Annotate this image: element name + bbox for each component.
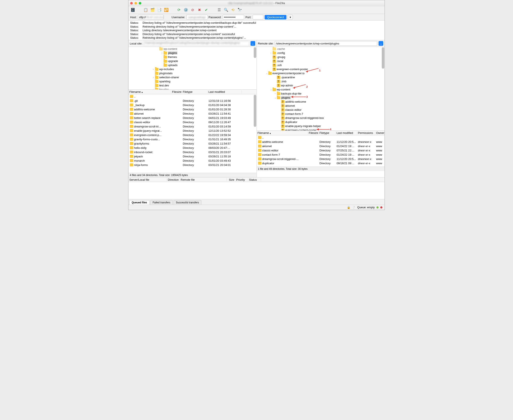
tree-item[interactable]: ?.quarantine xyxy=(257,75,385,79)
local-list-header[interactable]: Filename▲ Filesize Filetype Last modifie… xyxy=(128,90,256,94)
remote-file-list[interactable]: ..addthis-welcomeDirectory11/12/20 20:5.… xyxy=(257,135,385,167)
tree-item[interactable]: ?addthis-welcome xyxy=(257,100,385,104)
file-row[interactable]: better-search-replaceDirectory04/01/21 1… xyxy=(128,116,256,120)
file-row[interactable]: addthis-welcomeDirectory11/12/20 20:5...… xyxy=(257,140,385,144)
remote-tree[interactable]: 1 2 3 4 .cache›.config?.gnupg?.local?.ss… xyxy=(257,47,385,131)
folder-icon xyxy=(277,92,280,95)
compare-icon[interactable]: ⟲ xyxy=(230,8,235,13)
tree-item[interactable]: ⌄plugins xyxy=(257,96,385,100)
tree-item[interactable]: ?.local xyxy=(257,59,385,63)
file-row[interactable]: classic-editorDirectory07/25/21 22:...dr… xyxy=(257,148,385,152)
search-icon[interactable]: 🔍 xyxy=(223,8,229,13)
file-row[interactable]: ninja-formsDirectory03/31/21 20:34:01 xyxy=(128,163,256,167)
password-input[interactable] xyxy=(223,15,244,19)
folder-icon xyxy=(130,142,133,145)
tree-item[interactable]: ?enable-jquery-migrate-helper xyxy=(257,124,385,128)
remote-site-dropdown[interactable]: ⌄ xyxy=(379,41,383,46)
file-row[interactable]: gravityformsDirectory03/26/21 11:54:57 xyxy=(128,141,256,146)
sync-browse-icon[interactable]: 🔁 xyxy=(164,8,169,13)
tree-item[interactable]: ›plugins xyxy=(128,51,256,55)
tree-item[interactable]: sparkling xyxy=(128,79,256,83)
binoculars-icon[interactable]: 🔭 xyxy=(237,8,242,13)
toggle-tree-icon[interactable]: 🗂️ xyxy=(150,8,155,13)
disconnect-icon[interactable]: ✖ xyxy=(197,8,202,13)
tree-item[interactable]: ?contact-form-7 xyxy=(257,112,385,116)
tree-item[interactable]: ?evergreen-content-poster xyxy=(257,128,385,131)
tree-item[interactable]: ›selection-sharer xyxy=(128,75,256,79)
file-row[interactable]: addthis-welcomeDirectory01/01/20 01:28:3… xyxy=(128,107,256,112)
tree-item[interactable]: test.dev xyxy=(128,83,256,88)
remote-list-header[interactable]: Filename▲ Filesize Filetype Last modifie… xyxy=(257,131,385,135)
tree-item[interactable]: ?dreamgrow-scroll-triggered-box xyxy=(257,116,385,120)
statusbar: 🔒 ❔ Queue: empty xyxy=(128,205,385,210)
queue-body[interactable] xyxy=(128,182,385,199)
file-row[interactable]: hello-dollyDirectory09/03/20 20:47:... xyxy=(128,146,256,150)
tree-item[interactable]: ⌄wp-content xyxy=(257,88,385,91)
reconnect-icon[interactable]: ✔ xyxy=(204,8,209,13)
tree-item[interactable]: ?.ssh xyxy=(257,63,385,67)
tree-item[interactable]: uploads xyxy=(128,63,256,67)
tree-item[interactable]: ›wp-includes xyxy=(128,67,256,71)
file-row[interactable]: classic-editorDirectory09/11/20 11:26:47 xyxy=(128,120,256,124)
tab-successful-transfers[interactable]: Successful transfers xyxy=(174,200,201,205)
unknown-folder-icon: ? xyxy=(273,68,276,71)
toggle-queue-icon[interactable]: 📑 xyxy=(157,8,162,13)
message-log[interactable]: Status:Directory listing of "/sites/ever… xyxy=(128,21,385,40)
file-row[interactable]: akismetDirectory01/24/22 19:...drwxr-xr-… xyxy=(257,144,385,148)
file-row[interactable]: monarchDirectory01/01/20 03:49:43 xyxy=(128,158,256,163)
sitemanager-icon[interactable]: 🗄️ xyxy=(130,8,135,13)
toggle-log-icon[interactable]: 📋 xyxy=(143,8,148,13)
tree-item[interactable]: ?classic-editor xyxy=(257,108,385,112)
process-queue-icon[interactable]: ⚙️ xyxy=(183,8,188,13)
local-site-dropdown[interactable]: ⌄ xyxy=(251,41,255,46)
help-icon[interactable]: ❔ xyxy=(352,206,356,209)
tab-queued-files[interactable]: Queued files xyxy=(129,200,149,205)
local-site-input[interactable]: /Users/jcvangent/Dropbox/Coding/Zerocont… xyxy=(144,41,249,46)
file-row[interactable]: duplicatorDirectory09/18/21 09:...drwxr-… xyxy=(257,161,385,165)
local-tree[interactable]: wp-content›pluginsthemesupgradeuploads›w… xyxy=(128,47,256,90)
folder-icon xyxy=(130,155,133,158)
file-row[interactable]: .gitDirectory12/31/19 11:16:56 xyxy=(128,98,256,103)
quickconnect-button[interactable]: Quickconnect xyxy=(265,15,287,19)
tree-item[interactable]: ›traveler xyxy=(128,88,256,90)
file-row[interactable]: akismetDirectory03/26/21 11:54:41 xyxy=(128,112,256,116)
file-row[interactable]: .. xyxy=(128,94,256,98)
tree-item[interactable]: ⌄evergreencontentposter.io xyxy=(257,71,385,75)
tree-item[interactable]: ›.config xyxy=(257,51,385,55)
port-input[interactable] xyxy=(253,15,263,19)
host-input[interactable] xyxy=(138,15,164,19)
file-row[interactable]: contact-form-7Directory01/24/22 19:...dr… xyxy=(257,152,385,157)
refresh-icon[interactable]: ⟳ xyxy=(176,8,181,13)
tree-item[interactable]: ?duplicator xyxy=(257,120,385,124)
tree-item[interactable]: ?.gnupg xyxy=(257,55,385,59)
local-file-list[interactable]: ...gitDirectory12/31/19 11:16:56_backupD… xyxy=(128,94,256,173)
tree-item[interactable]: ?wp-admin xyxy=(257,83,385,88)
tree-item[interactable]: ?.tmb xyxy=(257,79,385,83)
file-row[interactable]: enable-jquery-migrat...Directory12/11/20… xyxy=(128,128,256,133)
file-row[interactable]: dreamgrow-scroll-tri...Directory01/01/20… xyxy=(128,124,256,128)
tree-item[interactable]: wp-content xyxy=(128,47,256,51)
folder-icon xyxy=(155,76,158,79)
tree-item[interactable]: pluginstats xyxy=(128,71,256,75)
tree-item[interactable]: .cache xyxy=(257,47,385,51)
filter-icon[interactable]: ☰ xyxy=(216,8,222,13)
file-row[interactable]: evergreen-content-p...Directory01/22/22 … xyxy=(128,133,256,137)
file-row[interactable]: dreamgrow-scroll-triggered-...Directory1… xyxy=(257,157,385,161)
quickconnect-dropdown[interactable]: ▾ xyxy=(288,15,293,19)
tree-item[interactable]: themes xyxy=(128,55,256,59)
tab-failed-transfers[interactable]: Failed transfers xyxy=(150,200,173,205)
tree-item[interactable]: ›backups-dup-lite xyxy=(257,91,385,96)
tree-item[interactable]: ?evergreen-content-poster xyxy=(257,67,385,71)
file-row[interactable]: gravity-forms-custo...Directory01/31/21 … xyxy=(128,137,256,141)
file-row[interactable]: inbound-rocketDirectory03/31/21 20:33:07 xyxy=(128,150,256,154)
file-row[interactable]: .. xyxy=(257,135,385,140)
remote-site-input[interactable] xyxy=(275,41,377,46)
username-input[interactable] xyxy=(186,15,208,19)
file-row[interactable]: _backupDirectory01/01/20 04:04:38 xyxy=(128,103,256,107)
tree-item[interactable]: ?akismet xyxy=(257,104,385,108)
queue-header[interactable]: Server/Local file Direction Remote file … xyxy=(128,177,385,182)
file-row[interactable]: jetpackDirectory03/26/21 11:55:18 xyxy=(128,154,256,158)
tree-item[interactable]: upgrade xyxy=(128,59,256,63)
folder-icon xyxy=(273,47,276,51)
cancel-icon[interactable]: ⊘ xyxy=(190,8,195,13)
